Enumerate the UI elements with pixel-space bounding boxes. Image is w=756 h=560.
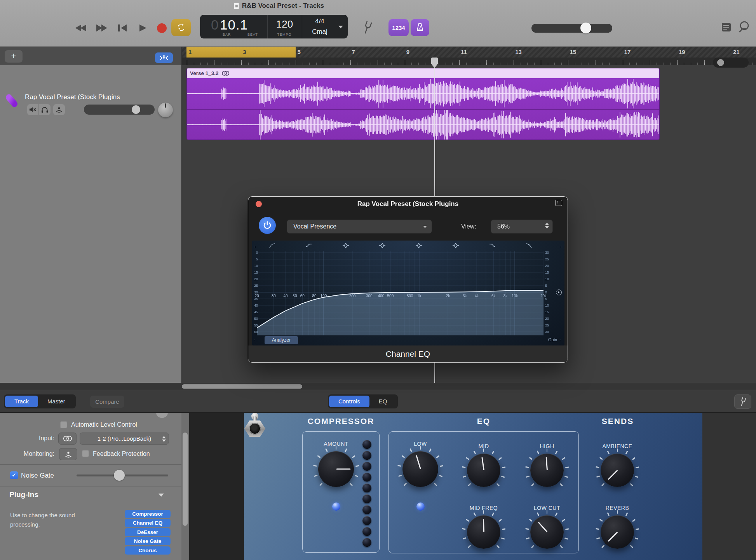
bell-band-icon[interactable] [452,242,459,249]
input-monitoring-button[interactable] [53,104,65,115]
knob-amount[interactable] [318,451,354,487]
tuner-button[interactable] [734,394,751,409]
eq-right-scale-label: 5 [545,284,550,288]
master-volume-knob[interactable] [580,23,591,33]
power-switch-eq[interactable] [244,437,266,461]
knob-tick [596,466,599,468]
pan-knob-tick [165,103,166,108]
knob-tick [420,446,421,450]
knob-ambience[interactable] [601,454,634,487]
cycle-button[interactable] [171,19,191,36]
plugin-button-noise-gate[interactable]: Noise Gate [125,537,171,545]
inspector-scrollbar-thumb[interactable] [183,433,188,526]
input-select[interactable]: 1-2 (Pro...LoopBack) [80,433,169,445]
lcd-leading-zero: 0 [211,17,218,33]
chevron-down-icon[interactable] [159,494,164,497]
count-in-button[interactable]: 1234 [388,19,409,36]
notepad-icon[interactable] [721,22,732,33]
tuning-fork-icon[interactable] [361,20,374,36]
audio-region[interactable]: Verse 1_3.2 [186,68,660,140]
knob-high[interactable] [530,454,564,487]
bell-band-icon[interactable] [379,242,386,249]
gain-handle-icon[interactable] [556,290,562,295]
knob-low-cut[interactable] [530,515,564,549]
monitoring-button[interactable] [59,448,77,460]
feedback-protection-checkbox[interactable] [82,450,89,457]
plugin-button-channel-eq[interactable]: Channel EQ [125,519,171,527]
eq-right-scale-label: 25 [545,323,550,327]
solo-button[interactable] [39,104,51,115]
record-button[interactable] [157,23,167,33]
gain-reduction-led [362,494,371,503]
low-shelf-band-icon[interactable] [305,242,312,249]
tab-track[interactable]: Track [5,396,38,407]
track-header-toolbar: + [0,47,181,65]
eq-frequency-labels: 2030405060801002003004005008001k2k3k4k6k… [257,294,552,299]
knob-reverb[interactable] [601,515,634,549]
eq-graph[interactable]: + - + - 051015202530354045505560 3025201… [252,241,564,345]
tab-controls[interactable]: Controls [329,396,369,407]
lcd-bar-label: BAR [223,33,231,37]
track-header[interactable]: Rap Vocal Preset (Stock Plugins [0,65,181,383]
lcd-display[interactable]: 0 10.1 BAR BEAT 120 TEMPO 4/4 Cmaj [200,15,348,38]
catch-playhead-button[interactable] [155,52,173,63]
section-title-sends: SENDS [579,417,657,426]
rewind-icon[interactable] [75,24,87,32]
input-format-button[interactable] [58,433,77,445]
timeline-zoom-slider[interactable] [713,58,749,68]
bell-band-icon[interactable] [342,242,349,249]
analyzer-button[interactable]: Analyzer [265,336,298,344]
preset-dropdown[interactable]: Vocal Presence [287,220,432,234]
ruler[interactable]: 13579111315171921 [182,47,756,58]
loop-browser-icon[interactable] [738,21,751,34]
horizontal-scrollbar-thumb[interactable] [182,384,302,389]
knob-tick [483,448,484,452]
noise-gate-checkbox[interactable]: ✓ [10,471,18,479]
chevron-down-icon[interactable] [338,26,343,28]
bell-band-icon[interactable] [415,242,422,249]
knob-tick [632,457,636,460]
track-volume-knob[interactable] [132,105,140,114]
eq-plot[interactable] [257,251,543,335]
tab-master[interactable]: Master [38,396,75,407]
master-volume-slider[interactable] [531,24,612,33]
view-zoom-select[interactable]: 56% [491,220,553,234]
lowpass-band-icon[interactable] [525,242,532,249]
highpass-band-icon[interactable] [269,242,276,249]
knob-mid[interactable] [467,454,500,487]
mute-button[interactable] [27,104,39,115]
plugin-window[interactable]: Rap Vocal Preset (Stock Plugins Vocal Pr… [248,196,568,363]
freq-tick-label: 30 [268,294,279,298]
add-track-button[interactable]: + [5,50,23,63]
input-monitoring-icon [64,451,72,458]
knob-low[interactable] [402,451,438,487]
lcd-time-signature: 4/4 [302,17,338,25]
high-shelf-band-icon[interactable] [489,242,496,249]
open-in-window-icon[interactable] [555,200,562,206]
track-volume-slider[interactable] [84,105,155,115]
compare-button[interactable]: Compare [90,396,124,408]
lcd-key: Cmaj [302,28,338,36]
pan-knob[interactable] [158,103,173,117]
plugin-button-compressor[interactable]: Compressor [125,510,171,518]
knob-mid-freq[interactable] [467,515,500,549]
knob-tick [596,528,599,530]
ruler-ticks[interactable] [182,58,756,65]
plugins-section-title: Plug-ins [9,490,38,499]
knob-pointer [608,470,618,480]
fast-forward-icon[interactable] [96,24,108,32]
window-title: R&B Vocal Preset - Tracks [242,2,324,10]
go-to-beginning-icon[interactable] [117,24,127,32]
metronome-button[interactable] [411,19,429,36]
knob-tick [596,475,600,477]
plugin-power-button[interactable] [259,217,276,234]
noise-gate-knob[interactable] [114,470,125,481]
plugin-button-chorus[interactable]: Chorus [125,546,171,555]
play-icon[interactable] [138,24,148,32]
smart-controls-margin [189,413,244,560]
timeline-zoom-knob[interactable] [717,59,724,66]
auto-level-checkbox[interactable] [60,421,67,428]
plugin-button-deesser[interactable]: DeEsser [125,528,171,536]
tab-eq[interactable]: EQ [369,396,397,407]
region-header[interactable]: Verse 1_3.2 [187,68,659,78]
